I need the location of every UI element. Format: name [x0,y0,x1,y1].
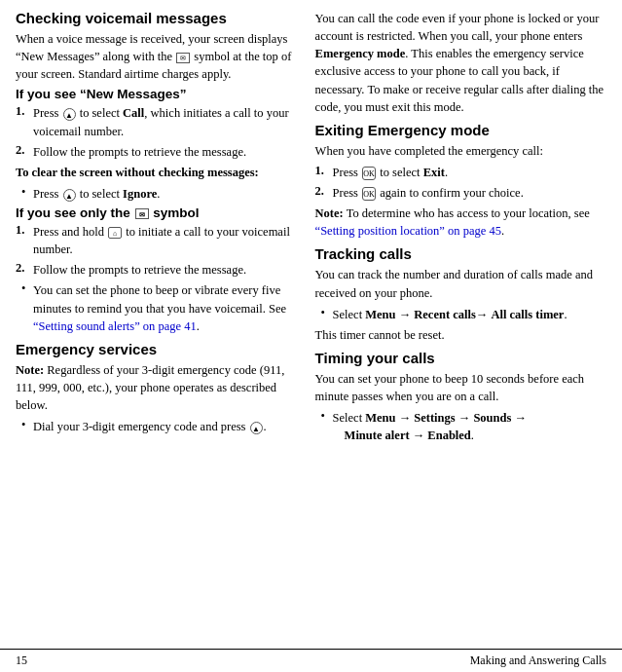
intro-checking-voicemail: When a voice message is received, your s… [16,30,300,83]
numbered-item-4: 2. Follow the prompts to retrieve the me… [16,261,300,279]
heading-symbol-only: If you see only the ✉ symbol [16,205,300,220]
tracking-bullet-text: Select Menu → Recent calls→ All calls ti… [333,306,606,323]
nav-icon-3: ▲ [250,422,263,434]
exiting-intro: When you have completed the emergency ca… [315,142,606,160]
nav-icon-1: ▲ [63,108,76,121]
footer-right-text: Making and Answering Calls [470,653,606,668]
right-column: You can call the code even if your phone… [311,10,606,649]
page: Checking voicemail messages When a voice… [0,0,622,672]
timing-bullet-text: Select Menu → Settings → Sounds → Minute… [333,409,606,444]
heading-new-messages: If you see “New Messages” [16,87,300,101]
item3-text: Press and hold ⌂ to initiate a call to y… [33,223,300,258]
section-exiting-emergency: Exiting Emergency mode When you have com… [315,122,606,241]
ok-icon-1: OK [362,167,376,180]
sound-alert-bullet: • You can set the phone to beep or vibra… [16,281,300,334]
clear-bullet-text: Press ▲ to select Ignore. [33,185,300,203]
clear-heading: To clear the screen without checking mes… [16,164,300,181]
numbered-item-3: 1. Press and hold ⌂ to initiate a call t… [16,223,300,258]
numbered-item-1: 1. Press ▲ to select Call, which initiat… [16,104,300,139]
tracking-intro: You can track the number and duration of… [315,266,606,301]
section-tracking-calls: Tracking calls You can track the number … [315,245,606,344]
content-area: Checking voicemail messages When a voice… [0,0,622,649]
exit-step-1-text: Press OK to select Exit. [333,164,606,181]
left-column: Checking voicemail messages When a voice… [16,10,311,649]
tracking-bullet: • Select Menu → Recent calls→ All calls … [315,306,606,323]
heading-emergency-services: Emergency services [16,341,300,357]
section-checking-voicemail: Checking voicemail messages When a voice… [16,10,300,335]
message-icon-2: ✉ [135,208,149,219]
position-note: Note: To determine who has access to you… [315,205,606,240]
exit-step-1: 1. Press OK to select Exit. [315,164,606,181]
clear-bullet: • Press ▲ to select Ignore. [16,185,300,203]
item1-text: Press ▲ to select Call, which initiates … [33,104,300,139]
numbered-item-2: 2. Follow the prompts to retrieve the me… [16,143,300,161]
section-emergency-services: Emergency services Note: Regardless of y… [16,341,300,436]
message-icon: ✉ [176,53,190,63]
emergency-dial-bullet: • Dial your 3-digit emergency code and p… [16,418,300,435]
footer: 15 Making and Answering Calls [0,649,622,672]
exit-step-2: 2. Press OK again to confirm your choice… [315,184,606,202]
emergency-note: Note: Regardless of your 3-digit emergen… [16,361,300,414]
exit-step-2-text: Press OK again to confirm your choice. [333,184,606,202]
emergency-dial-text: Dial your 3-digit emergency code and pre… [33,418,300,435]
timing-bullet: • Select Menu → Settings → Sounds → Minu… [315,409,606,444]
section-timing-calls: Timing your calls You can set your phone… [315,350,606,445]
page-number: 15 [16,653,27,668]
nav-icon-2: ▲ [63,189,76,202]
timer-note: This timer cannot be reset. [315,326,606,344]
timing-intro: You can set your phone to beep 10 second… [315,370,606,405]
sound-alert-text: You can set the phone to beep or vibrate… [33,281,300,334]
section-emergency-mode-intro: You can call the code even if your phone… [315,10,606,116]
ok-icon-2: OK [362,187,376,201]
emergency-mode-intro-text: You can call the code even if your phone… [315,10,606,116]
heading-checking-voicemail: Checking voicemail messages [16,10,300,26]
heading-timing-calls: Timing your calls [315,350,606,366]
voicemail-icon: ⌂ [108,227,122,239]
heading-tracking-calls: Tracking calls [315,245,606,262]
heading-exiting-emergency: Exiting Emergency mode [315,122,606,138]
